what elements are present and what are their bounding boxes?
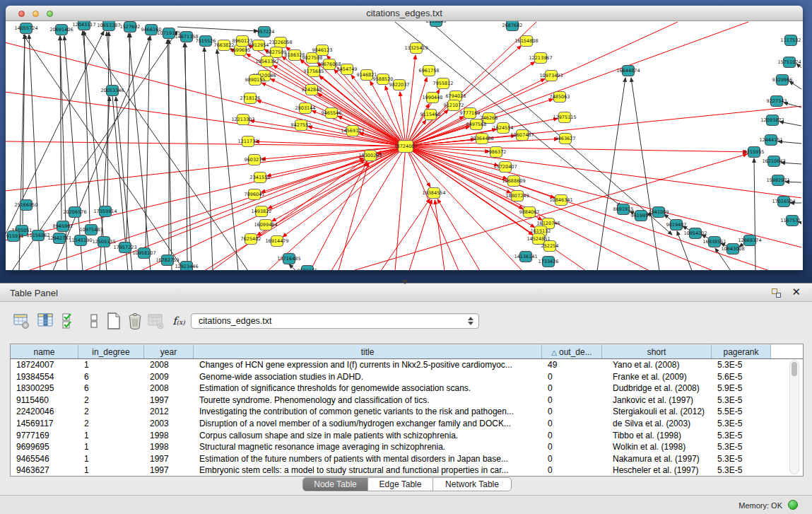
table-settings-icon[interactable]	[11, 310, 33, 332]
tab-node-table[interactable]: Node Table	[303, 478, 368, 491]
graph-node[interactable]: 12213967	[529, 53, 552, 64]
graph-node[interactable]: 9121072	[444, 100, 464, 111]
graph-node[interactable]: 20206576	[63, 207, 86, 218]
graph-node[interactable]: 1117532	[781, 35, 801, 46]
network-window-titlebar[interactable]: citations_edges.txt	[6, 6, 803, 21]
table-row[interactable]: 1830029562008Estimation of significance …	[11, 382, 803, 395]
graph-node[interactable]: 7957224	[254, 27, 275, 37]
graph-node[interactable]: 2341558	[250, 173, 271, 183]
graph-node[interactable]: 12668374	[738, 235, 761, 246]
graph-node[interactable]: 2718126	[240, 93, 261, 104]
column-header-name[interactable]: name	[11, 344, 78, 358]
graph-node[interactable]: 9019407	[666, 220, 687, 230]
graph-node[interactable]: 10607487	[510, 130, 534, 141]
graph-node[interactable]: 9501155	[298, 266, 318, 271]
graph-node[interactable]: 7515526	[196, 36, 216, 47]
graph-node[interactable]: 10688609	[502, 176, 525, 187]
new-document-icon[interactable]	[103, 310, 124, 332]
graph-node[interactable]: 6961758	[419, 66, 440, 76]
graph-node[interactable]: 1527602	[120, 22, 141, 33]
network-window[interactable]: citations_edges.txt 76638229699695896012…	[6, 6, 803, 271]
table-select-combobox[interactable]: citations_edges.txt	[191, 313, 479, 329]
graph-node[interactable]: 1990448	[423, 93, 443, 103]
table-row[interactable]: 2242004622012Investigating the contribut…	[11, 406, 803, 418]
graph-node[interactable]: 16644874	[616, 66, 640, 76]
graph-node[interactable]: 10954202	[683, 228, 707, 239]
graph-node[interactable]: 252254	[541, 241, 559, 252]
table-row[interactable]: 977716911998Corpus callosum shape and si…	[11, 430, 803, 442]
graph-node[interactable]: 15720407	[493, 162, 517, 173]
column-header-short[interactable]: short	[602, 344, 712, 358]
table-row[interactable]: 1456911722003Disruption of a novel membe…	[11, 418, 803, 430]
table-row[interactable]: 911546021997Tourette syndrome. Phenomeno…	[11, 395, 803, 407]
graph-node[interactable]: 1211733	[238, 136, 259, 147]
graph-node[interactable]: 16154808	[514, 36, 538, 47]
delete-icon[interactable]	[124, 310, 146, 332]
column-header-pagerank[interactable]: pagerank	[712, 344, 771, 358]
close-panel-icon[interactable]: ✕	[792, 286, 801, 298]
graph-node[interactable]: 14136141	[514, 252, 537, 262]
graph-node[interactable]: 17016504	[772, 197, 795, 207]
scrollbar-thumb[interactable]	[792, 362, 797, 376]
graph-node[interactable]: 16210643	[762, 156, 785, 167]
splitter-grip-icon[interactable]	[401, 280, 408, 284]
graph-node[interactable]: 7625402	[241, 234, 261, 245]
graph-node[interactable]: 7955812	[433, 78, 454, 89]
table-row[interactable]: 946362711997Embryonic stem cells: a mode…	[11, 465, 803, 477]
graph-node[interactable]: 16914479	[265, 236, 288, 247]
graph-node[interactable]: 9227343	[767, 96, 787, 107]
graph-node[interactable]: 1624554	[493, 123, 514, 134]
tab-edge-table[interactable]: Edge Table	[368, 478, 433, 491]
graph-node[interactable]: 2687682	[502, 21, 523, 31]
graph-node[interactable]: 12093872	[760, 115, 784, 126]
graph-node[interactable]: 16099484	[254, 220, 277, 230]
graph-node[interactable]: 20691406	[49, 25, 73, 35]
graph-node[interactable]: 15992971	[766, 175, 789, 186]
function-builder-icon[interactable]: f(x)	[168, 310, 189, 332]
graph-node[interactable]: 13325419	[404, 43, 428, 54]
column-header-in_degree[interactable]: in_degree	[78, 344, 144, 358]
graph-node[interactable]: 15751074	[777, 57, 801, 68]
float-panel-icon[interactable]	[772, 288, 781, 298]
graph-node[interactable]: 1733426	[539, 257, 559, 267]
graph-node[interactable]: 1493822	[252, 206, 272, 217]
table-row[interactable]: 946554611997Estimation of the future num…	[11, 453, 803, 465]
table-row[interactable]: 1938455462009Genome-wide association stu…	[11, 371, 803, 383]
show-column-icon[interactable]	[35, 310, 57, 332]
graph-node[interactable]: 12444151	[759, 135, 782, 146]
graph-node[interactable]: 15716485	[277, 254, 300, 264]
graph-node[interactable]: 20053346	[100, 86, 124, 96]
delete-table-disabled-icon[interactable]	[146, 310, 167, 332]
column-header-year[interactable]: year	[144, 344, 194, 358]
graph-node[interactable]: 11675313	[780, 216, 801, 226]
network-canvas[interactable]: 7663822969969589601238912954232260589827…	[6, 21, 801, 270]
tab-network-table[interactable]: Network Table	[433, 478, 511, 491]
graph-node[interactable]: 14055724	[14, 23, 37, 34]
graph-node[interactable]: 2803144	[295, 103, 316, 114]
graph-node[interactable]: 8215955	[744, 147, 765, 158]
network-view[interactable]: 7663822969969589601238912954232260589827…	[6, 21, 803, 270]
graph-node[interactable]: 23226058	[269, 37, 292, 48]
column-header-title[interactable]: title	[194, 344, 542, 358]
graph-node[interactable]: 12942757	[47, 233, 71, 244]
vertical-scrollbar[interactable]	[789, 360, 799, 474]
graph-node[interactable]: 19384554	[422, 188, 445, 199]
graph-node[interactable]: 10975487	[79, 225, 102, 235]
memory-ok-indicator[interactable]	[788, 500, 798, 510]
graph-node[interactable]: 9603279	[245, 155, 265, 165]
table-row[interactable]: 1872400712008Changes of HCN gene express…	[11, 359, 803, 371]
row-check-icon[interactable]	[59, 310, 81, 332]
graph-node[interactable]: 9329966	[772, 75, 793, 86]
graph-node[interactable]: 12043117	[72, 21, 95, 30]
column-header-out_de[interactable]: △out_de...	[542, 344, 602, 358]
graph-node[interactable]: 8139049	[426, 21, 447, 27]
graph-node[interactable]: 16938551	[702, 237, 726, 247]
rows-icon[interactable]	[83, 310, 105, 332]
graph-node[interactable]: 9175685	[304, 66, 324, 77]
graph-node[interactable]: 11545190	[69, 235, 92, 246]
graph-node[interactable]: 12505135	[92, 237, 115, 247]
graph-node[interactable]: 12975115	[553, 112, 576, 123]
graph-node[interactable]: 7986372	[486, 147, 507, 158]
table-row[interactable]: 969969511998Structural magnetic resonanc…	[11, 441, 803, 453]
graph-node[interactable]: 10653287	[97, 21, 120, 31]
